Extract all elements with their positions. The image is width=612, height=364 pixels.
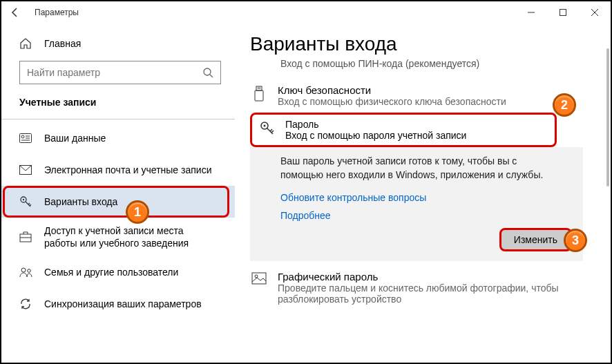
divider [1,119,235,119]
person-card-icon [19,133,33,143]
sync-icon [19,298,33,310]
window-title: Параметры [35,8,79,17]
sidebar: Главная Учетные записи Ваши данные Элект… [1,23,235,363]
home-icon [19,37,33,50]
page-title: Варианты входа [250,33,611,55]
sidebar-item-family[interactable]: Семья и другие пользователи [1,256,235,288]
truncated-option: Вход с помощью ПИН-кода (рекомендуется) [280,59,611,70]
home-nav[interactable]: Главная [1,32,235,55]
option-subtitle: Проведите пальцем и коснитесь любимой фо… [278,282,568,305]
learn-more-link[interactable]: Подробнее [280,210,575,221]
password-expanded-panel: Ваш пароль учетной записи готов к тому, … [250,147,583,261]
svg-point-23 [255,275,258,278]
search-input[interactable] [27,67,202,78]
picture-icon [250,272,268,286]
option-password-block: Пароль Вход с помощью пароля учетной зап… [250,113,611,261]
password-description: Ваш пароль учетной записи готов к тому, … [280,154,557,182]
sidebar-item-signin-options[interactable]: Варианты входа [1,186,235,218]
window-controls [515,1,611,23]
change-button[interactable]: Изменить [499,228,572,251]
sidebar-item-label: Варианты входа [44,195,117,208]
option-subtitle: Вход с помощью пароля учетной записи [285,130,466,141]
svg-rect-17 [258,88,259,89]
badge-1: 1 [126,200,149,224]
minimize-button[interactable] [515,1,547,23]
close-button[interactable] [579,1,611,23]
sidebar-item-label: Семья и другие пользователи [44,266,178,278]
option-title: Пароль [285,119,466,130]
briefcase-icon [19,231,33,242]
svg-point-2 [204,68,211,75]
option-password[interactable]: Пароль Вход с помощью пароля учетной зап… [250,113,557,147]
update-questions-link[interactable]: Обновите контрольные вопросы [280,192,575,203]
badge-3: 3 [564,229,587,252]
key-icon [19,195,33,208]
back-button[interactable] [7,4,23,21]
home-label: Главная [44,38,81,49]
settings-window: Параметры Главная Учетные записи Ваши да… [0,0,612,364]
svg-point-15 [28,269,31,273]
option-title: Ключ безопасности [278,84,506,96]
badge-2: 2 [553,93,576,117]
sidebar-item-label: Доступ к учетной записи места работы или… [44,224,217,249]
svg-rect-18 [260,88,261,89]
svg-rect-19 [255,90,263,101]
svg-rect-1 [560,10,566,16]
option-title: Графический пароль [278,271,568,282]
mail-icon [19,165,33,175]
people-icon [19,267,33,278]
main-panel: Варианты входа Вход с помощью ПИН-кода (… [235,23,611,363]
sidebar-item-label: Синхронизация ваших параметров [44,298,202,310]
svg-rect-16 [256,86,262,90]
svg-point-5 [21,135,24,138]
titlebar: Параметры [1,1,611,23]
option-picture-password[interactable]: Графический пароль Проведите пальцем и к… [250,267,611,309]
scrollbar[interactable] [606,48,609,186]
sidebar-item-email[interactable]: Электронная почта и учетные записи [1,154,235,186]
option-subtitle: Вход с помощью физического ключа безопас… [278,96,506,107]
sidebar-item-label: Электронная почта и учетные записи [44,164,211,176]
svg-point-14 [21,268,26,272]
usb-key-icon [250,86,268,102]
svg-point-21 [264,125,266,127]
section-title: Учетные записи [1,97,235,115]
svg-rect-22 [252,273,266,284]
sidebar-item-your-info[interactable]: Ваши данные [1,122,235,154]
sidebar-item-label: Ваши данные [44,132,106,144]
content-area: Главная Учетные записи Ваши данные Элект… [1,23,611,363]
key-icon [258,120,276,135]
search-box[interactable] [19,61,221,84]
sidebar-item-work-access[interactable]: Доступ к учетной записи места работы или… [1,218,235,256]
sidebar-item-sync[interactable]: Синхронизация ваших параметров [1,288,235,320]
maximize-button[interactable] [547,1,579,23]
svg-line-3 [210,75,213,77]
svg-point-11 [23,199,24,200]
search-icon [202,67,213,78]
